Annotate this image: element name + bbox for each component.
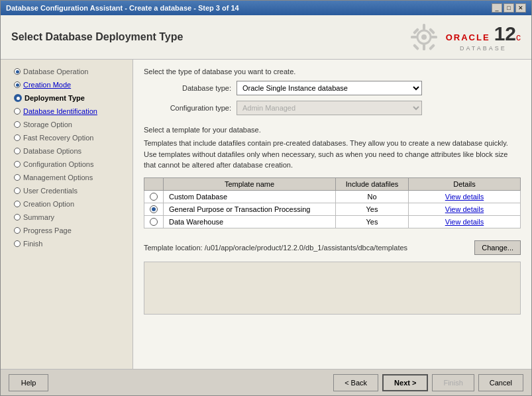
svg-rect-4 [411,36,417,38]
page-title: Select Database Deployment Type [11,31,183,43]
svg-rect-3 [423,44,425,50]
table-row: Data Warehouse Yes View details [144,215,521,228]
oracle-logo: ORACLE 12 c DATABASE [407,21,521,54]
sidebar-item-database-options: Database Options [1,144,133,158]
radio-cell-custom[interactable] [144,190,164,203]
table-row: General Purpose or Transaction Processin… [144,203,521,215]
template-name-general: General Purpose or Transaction Processin… [164,203,336,215]
datafiles-custom: No [336,190,409,203]
back-button[interactable]: < Back [333,374,378,391]
section-description: Select the type of database you want to … [144,68,521,75]
sidebar-item-fast-recovery-option: Fast Recovery Option [1,131,133,144]
content-area: Database Operation Creation Mode Deploym… [1,60,531,369]
oracle-branding: ORACLE 12 c DATABASE [446,23,521,52]
sidebar-item-management-options: Management Options [1,171,133,184]
configuration-type-select[interactable]: Admin Managed [237,101,422,115]
next-button[interactable]: Next > [382,374,428,391]
help-button[interactable]: Help [9,374,48,391]
template-description-text: Templates that include datafiles contain… [144,138,521,171]
sidebar-item-configuration-options: Configuration Options [1,158,133,171]
sidebar-item-finish: Finish [1,237,133,250]
svg-point-1 [421,34,427,40]
oracle-db-label: DATABASE [446,45,521,52]
window-controls: _ □ ✕ [492,3,526,13]
maximize-button[interactable]: □ [504,3,514,13]
radio-cell-general[interactable] [144,203,164,215]
svg-rect-9 [429,44,435,50]
radio-cell-warehouse[interactable] [144,215,164,228]
col-header-include-datafiles: Include datafiles [336,177,409,190]
sidebar-item-database-identification[interactable]: Database Identification [1,105,133,118]
change-button[interactable]: Change... [474,240,521,255]
template-name-custom: Custom Database [164,190,336,203]
database-type-select[interactable]: Oracle Single Instance database [237,81,422,95]
template-table: Template name Include datafiles Details … [144,177,521,228]
sidebar-item-storage-option: Storage Option [1,118,133,131]
details-general[interactable]: View details [409,203,521,215]
minimize-button[interactable]: _ [492,3,502,13]
configuration-type-label: Configuration type: [144,104,237,112]
sidebar-item-creation-option: Creation Option [1,197,133,211]
main-window: Database Configuration Assistant - Creat… [0,0,532,396]
sidebar-item-deployment-type[interactable]: Deployment Type [1,91,133,105]
database-type-label: Database type: [144,84,237,92]
sidebar-item-summary: Summary [1,211,133,224]
sidebar-item-user-credentials: User Credentials [1,184,133,197]
template-location-text: Template location: /u01/app/oracle/produ… [144,244,407,252]
window-title: Database Configuration Assistant - Creat… [6,4,239,12]
close-button[interactable]: ✕ [515,3,526,13]
details-custom[interactable]: View details [409,190,521,203]
cancel-button[interactable]: Cancel [478,374,523,391]
oracle-c-label: c [516,32,521,42]
main-content-panel: Select the type of database you want to … [133,60,531,369]
database-type-row: Database type: Oracle Single Instance da… [144,81,521,95]
oracle-version: 12 [494,23,516,45]
finish-button[interactable]: Finish [432,374,474,391]
navigation-buttons: < Back Next > Finish Cancel [333,374,523,391]
sidebar-item-database-operation[interactable]: Database Operation [1,65,133,78]
svg-rect-8 [413,44,419,50]
template-location-path: /u01/app/oracle/product/12.2.0/db_1/assi… [205,244,407,252]
bottom-bar: Help < Back Next > Finish Cancel [1,369,531,395]
template-name-warehouse: Data Warehouse [164,215,336,228]
oracle-label: ORACLE [446,32,490,42]
datafiles-warehouse: Yes [336,215,409,228]
svg-rect-5 [431,36,437,38]
sidebar-item-progress-page: Progress Page [1,224,133,237]
svg-rect-2 [423,24,425,30]
sidebar: Database Operation Creation Mode Deploym… [1,60,133,369]
col-header-radio [144,177,164,190]
preview-area [144,262,521,315]
title-bar: Database Configuration Assistant - Creat… [1,1,531,15]
template-location-row: Template location: /u01/app/oracle/produ… [144,235,521,255]
sidebar-item-creation-mode[interactable]: Creation Mode [1,78,133,91]
gear-icon [407,21,441,54]
table-row: Custom Database No View details [144,190,521,203]
template-intro-text: Select a template for your database. [144,126,521,134]
datafiles-general: Yes [336,203,409,215]
col-header-template-name: Template name [164,177,336,190]
configuration-type-row: Configuration type: Admin Managed [144,101,521,115]
header-area: Select Database Deployment Type ORACLE 1… [1,15,531,60]
template-location-label: Template location: [144,244,203,252]
details-warehouse[interactable]: View details [409,215,521,228]
col-header-details: Details [409,177,521,190]
